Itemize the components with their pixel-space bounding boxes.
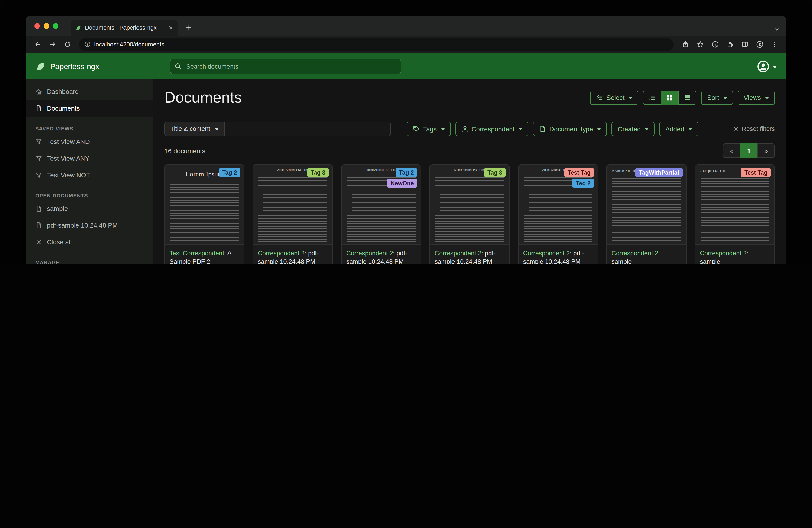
sidebar-item-documents[interactable]: Documents <box>26 100 153 117</box>
correspondent-link[interactable]: Correspondent 2 <box>258 250 305 257</box>
user-menu-caret-icon <box>773 66 777 68</box>
views-button[interactable]: Views <box>738 90 775 105</box>
sidebar-item-label: Test View ANY <box>47 155 89 162</box>
results-bar: 16 documents « 1 » <box>153 136 786 159</box>
bookmark-star-button[interactable] <box>693 38 707 51</box>
document-card[interactable]: Adobe Acrobat PDF Files Tag 3 Correspond… <box>430 165 510 264</box>
filter-document-type-button[interactable]: Document type <box>533 122 607 136</box>
sidebar-item-pdf-sample-10-24-48-pm[interactable]: pdf-sample 10.24.48 PM <box>26 217 153 233</box>
document-thumbnail[interactable]: Lorem Ipsum Tag 2 <box>165 165 244 245</box>
document-card[interactable]: Adobe Acrobat PDF Files Tag 2NewOne Corr… <box>341 165 421 264</box>
correspondent-link[interactable]: Correspondent 2 <box>611 250 658 257</box>
tab-title: Documents - Paperless-ngx <box>85 25 164 31</box>
title-content-input[interactable] <box>225 122 391 136</box>
tag-badge-tagwithpartial[interactable]: TagWithPartial <box>635 168 683 177</box>
page-title: Documents <box>164 89 242 106</box>
document-card[interactable]: A Simple PDF File Test Tag Correspondent… <box>695 165 775 264</box>
tag-badge-newone[interactable]: NewOne <box>387 179 418 188</box>
person-icon <box>461 125 468 132</box>
correspondent-link[interactable]: Correspondent 2 <box>435 250 481 257</box>
document-card[interactable]: A Simple PDF File TagWithPartial Corresp… <box>606 165 686 264</box>
user-menu[interactable] <box>757 60 777 72</box>
tag-stack: TagWithPartial <box>635 168 683 177</box>
sidebar-item-test-view-and[interactable]: Test View AND <box>26 133 153 150</box>
minimize-window-button[interactable] <box>44 23 49 29</box>
tag-badge-test-tag[interactable]: Test Tag <box>564 168 594 177</box>
app-logo[interactable]: Paperless-ngx <box>35 61 160 72</box>
sidebar-section-manage: MANAGECorrespondentsTagsDocument typesLo… <box>26 257 153 264</box>
reload-button[interactable] <box>60 38 74 51</box>
tag-stack: Tag 3 <box>307 168 329 177</box>
tag-badge-tag-2[interactable]: Tag 2 <box>572 179 594 188</box>
previous-page-button[interactable]: « <box>723 143 740 158</box>
select-button[interactable]: Select <box>590 90 639 105</box>
document-thumbnail[interactable]: A Simple PDF File TagWithPartial <box>607 165 686 245</box>
sidebar-item-close-all[interactable]: Close all <box>26 233 153 250</box>
filter-created-button[interactable]: Created <box>612 122 655 136</box>
browser-tab[interactable]: Documents - Paperless-ngx <box>71 20 178 36</box>
document-thumbnail[interactable]: Adobe Acrobat PDF Files Test TagTag 2 <box>518 165 597 245</box>
title-content-dropdown-button[interactable]: Title & content <box>164 122 225 136</box>
sidebar-item-test-view-not[interactable]: Test View NOT <box>26 167 153 183</box>
caret-down-icon <box>215 128 219 130</box>
site-info-icon[interactable] <box>85 41 90 47</box>
profile-button[interactable] <box>753 38 767 51</box>
sidebar-item-dashboard[interactable]: Dashboard <box>26 83 153 100</box>
tab-search-button[interactable] <box>773 26 780 33</box>
new-tab-button[interactable] <box>181 20 195 34</box>
address-bar[interactable]: localhost:4200/documents <box>79 38 673 51</box>
sidebar-item-test-view-any[interactable]: Test View ANY <box>26 150 153 167</box>
document-card[interactable]: Lorem Ipsum Tag 2 Test Correspondent: A … <box>164 165 244 264</box>
reset-filters-button[interactable]: Reset filters <box>733 125 775 132</box>
document-card[interactable]: Adobe Acrobat PDF Files Tag 3 Correspond… <box>253 165 333 264</box>
sort-button[interactable]: Sort <box>701 90 733 105</box>
document-thumbnail[interactable]: Adobe Acrobat PDF Files Tag 3 <box>253 165 332 245</box>
tab-close-icon[interactable] <box>168 25 174 31</box>
sidebar-item-label: Test View NOT <box>47 171 90 179</box>
tag-badge-tag-2[interactable]: Tag 2 <box>218 168 241 177</box>
file-icon <box>539 125 546 132</box>
page-header: Documents Select Sort <box>153 80 786 114</box>
document-thumbnail[interactable]: Adobe Acrobat PDF Files Tag 3 <box>430 165 509 245</box>
tag-badge-tag-2[interactable]: Tag 2 <box>395 168 417 177</box>
browser-menu-button[interactable] <box>767 38 781 51</box>
back-button[interactable] <box>31 38 45 51</box>
sidebar-item-label: Test View AND <box>47 138 90 145</box>
zoom-window-button[interactable] <box>53 23 58 29</box>
extension-badge-button[interactable] <box>708 38 722 51</box>
filter-correspondent-button[interactable]: Correspondent <box>455 122 528 136</box>
document-title: Correspondent 2: sample <box>695 245 774 264</box>
share-button[interactable] <box>678 38 692 51</box>
filter-tags-button[interactable]: Tags <box>407 122 451 136</box>
paperless-logo-icon <box>35 61 45 72</box>
x-icon <box>35 239 42 245</box>
caret-down-icon <box>441 128 445 130</box>
view-list-button[interactable] <box>643 90 661 105</box>
global-search-input[interactable] <box>170 58 401 74</box>
extensions-puzzle-button[interactable] <box>723 38 737 51</box>
document-thumbnail[interactable]: A Simple PDF File Test Tag <box>695 165 774 245</box>
filter-added-button[interactable]: Added <box>659 122 698 136</box>
correspondent-link[interactable]: Correspondent 2 <box>346 250 393 257</box>
side-panel-button[interactable] <box>738 38 752 51</box>
tag-badge-tag-3[interactable]: Tag 3 <box>307 168 329 177</box>
next-page-button[interactable]: » <box>757 143 775 158</box>
correspondent-link[interactable]: Correspondent 2 <box>700 250 746 257</box>
close-window-button[interactable] <box>34 23 40 29</box>
filter-bar: Title & content TagsCorrespondentDocumen… <box>153 114 786 136</box>
document-count: 16 documents <box>164 147 205 154</box>
correspondent-link[interactable]: Test Correspondent <box>170 250 224 257</box>
sidebar-item-sample[interactable]: sample <box>26 200 153 217</box>
page-1-button[interactable]: 1 <box>740 143 758 158</box>
correspondent-link[interactable]: Correspondent 2 <box>523 250 570 257</box>
view-details-button[interactable] <box>678 90 696 105</box>
view-grid-button[interactable] <box>661 90 679 105</box>
document-thumbnail[interactable]: Adobe Acrobat PDF Files Tag 2NewOne <box>342 165 421 245</box>
tag-badge-tag-3[interactable]: Tag 3 <box>484 168 506 177</box>
tag-badge-test-tag[interactable]: Test Tag <box>741 168 771 177</box>
sidebar-item-label: Documents <box>47 104 80 112</box>
documents-toolbar: Select Sort Views <box>590 90 775 105</box>
forward-button[interactable] <box>45 38 59 51</box>
document-card[interactable]: Adobe Acrobat PDF Files Test TagTag 2 Co… <box>518 165 598 264</box>
app-header: Paperless-ngx <box>26 53 786 80</box>
